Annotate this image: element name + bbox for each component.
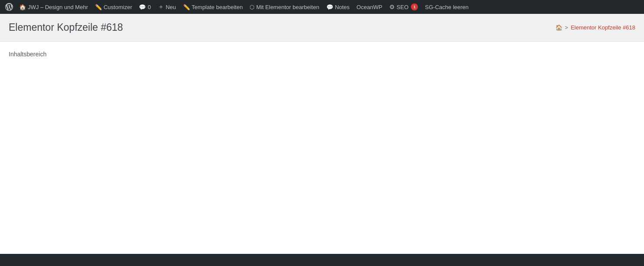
customizer-pencil-icon: ✏️ <box>95 4 102 10</box>
wp-logo-button[interactable] <box>3 0 16 14</box>
breadcrumb-separator: > <box>565 24 568 31</box>
main-content: Inhaltsbereich <box>0 42 644 266</box>
breadcrumb: 🏠 > Elementor Kopfzeile #618 <box>555 24 635 31</box>
customizer-label: Customizer <box>104 4 132 10</box>
template-edit-button[interactable]: ✏️ Template bearbeiten <box>180 0 246 14</box>
comments-bubble-icon: 💬 <box>139 4 146 10</box>
new-button[interactable]: ＋ Neu <box>154 0 180 14</box>
sg-cache-label: SG-Cache leeren <box>425 4 468 10</box>
content-label: Inhaltsbereich <box>9 51 46 58</box>
admin-bar: 🏠 JWJ – Design und Mehr ✏️ Customizer 💬 … <box>0 0 644 14</box>
template-edit-label: Template bearbeiten <box>192 4 243 10</box>
elementor-edit-button[interactable]: ⬡ Mit Elementor bearbeiten <box>246 0 322 14</box>
bottom-bar <box>0 254 644 266</box>
notes-label: Notes <box>335 4 350 10</box>
site-name-button[interactable]: 🏠 JWJ – Design und Mehr <box>16 0 92 14</box>
oceanwp-button[interactable]: OceanWP <box>353 0 386 14</box>
oceanwp-label: OceanWP <box>357 4 382 10</box>
page-header: Elementor Kopfzeile #618 🏠 > Elementor K… <box>0 14 644 42</box>
elementor-icon: ⬡ <box>250 4 254 10</box>
house-icon: 🏠 <box>19 4 26 10</box>
template-pencil-icon: ✏️ <box>183 4 190 10</box>
page-title: Elementor Kopfzeile #618 <box>9 22 123 33</box>
comments-button[interactable]: 💬 0 <box>135 0 154 14</box>
customizer-button[interactable]: ✏️ Customizer <box>92 0 136 14</box>
plus-icon: ＋ <box>158 3 164 11</box>
site-name-label: JWJ – Design und Mehr <box>28 4 88 10</box>
sg-cache-button[interactable]: SG-Cache leeren <box>421 0 472 14</box>
new-label: Neu <box>166 4 176 10</box>
elementor-edit-label: Mit Elementor bearbeiten <box>256 4 319 10</box>
seo-badge: 1 <box>411 3 418 10</box>
seo-button[interactable]: ⚙ SEO 1 <box>386 0 421 14</box>
gear-icon: ⚙ <box>389 3 395 10</box>
notes-bubble-icon: 💬 <box>326 4 333 10</box>
notes-button[interactable]: 💬 Notes <box>323 0 353 14</box>
breadcrumb-current: Elementor Kopfzeile #618 <box>571 24 635 31</box>
comments-count: 0 <box>148 4 151 10</box>
seo-label: SEO <box>397 4 408 10</box>
page-wrapper: Elementor Kopfzeile #618 🏠 > Elementor K… <box>0 14 644 266</box>
breadcrumb-home-icon[interactable]: 🏠 <box>555 24 562 31</box>
